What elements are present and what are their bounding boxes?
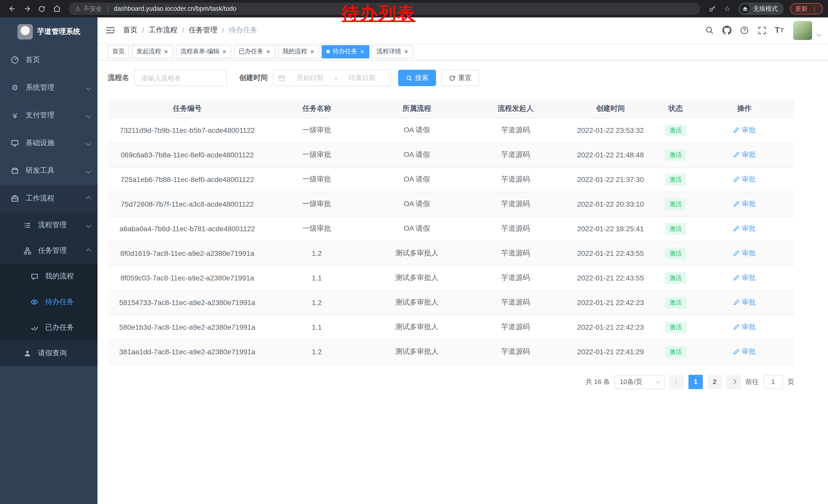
tab-label: 流程表单-编辑 (180, 47, 219, 56)
action-cell: 审批 (695, 339, 794, 364)
table-row: 58154733-7ac8-11ec-a9e2-a2380e71991a1.2测… (108, 290, 794, 315)
status-badge: 激活 (665, 346, 687, 358)
approve-link[interactable]: 审批 (733, 347, 756, 356)
page-size-select[interactable]: 10条/页 (615, 374, 665, 389)
approve-link[interactable]: 审批 (733, 224, 756, 233)
breadcrumb-home[interactable]: 首页 (123, 26, 137, 35)
action-cell: 审批 (695, 118, 794, 142)
incognito-icon (740, 4, 749, 13)
user-avatar[interactable] (793, 21, 812, 40)
tab-item-1[interactable]: 发起流程× (132, 45, 173, 58)
sidebar-item-leave-query[interactable]: 请假查询 (0, 340, 97, 366)
approve-link-label: 审批 (742, 298, 756, 307)
approve-link[interactable]: 审批 (733, 249, 756, 258)
approve-link[interactable]: 审批 (733, 150, 756, 159)
caret-down-icon[interactable] (817, 31, 822, 36)
github-icon[interactable] (719, 22, 735, 38)
more-menu-icon[interactable]: ⋮ (811, 5, 818, 12)
tab-close-icon[interactable]: × (266, 48, 271, 55)
tab-item-3[interactable]: 已办任务× (234, 45, 275, 58)
sidebar-item-process-management[interactable]: 流程管理 (0, 212, 97, 238)
chevron-down-icon (86, 223, 91, 228)
forward-button[interactable] (20, 2, 34, 16)
reload-button[interactable] (35, 2, 49, 16)
tab-close-icon[interactable]: × (222, 48, 227, 55)
app-logo[interactable]: 芋道管理系统 (0, 17, 97, 46)
sidebar-item-system[interactable]: ⚙ 系统管理 (0, 74, 97, 101)
font-size-icon[interactable]: TT (772, 22, 787, 38)
created-cell: 2022-01-22 23:53:32 (564, 118, 657, 142)
sidebar-item-workflow[interactable]: 工作流程 (0, 185, 97, 212)
approve-link[interactable]: 审批 (733, 126, 756, 135)
process-name-input[interactable] (134, 70, 227, 86)
search-button-label: 搜索 (415, 73, 428, 83)
password-key-icon[interactable] (705, 2, 719, 16)
action-cell: 审批 (695, 192, 794, 216)
task-name-cell: 一级审批 (267, 192, 367, 216)
action-cell: 审批 (695, 266, 794, 290)
starter-cell: 芋道源码 (467, 241, 564, 266)
edit-icon (733, 324, 740, 330)
sidebar-item-done-tasks[interactable]: 已办任务 (0, 315, 97, 340)
approve-link[interactable]: 审批 (733, 199, 756, 209)
tab-item-5[interactable]: 待办任务× (322, 45, 369, 58)
column-header: 状态 (657, 99, 695, 118)
table-row: a6aba0a4-7b6d-11ec-b781-acde48001122一级审批… (108, 216, 794, 241)
help-icon[interactable] (737, 22, 752, 38)
process-cell: 测试多审批人 (367, 339, 467, 364)
approve-link-label: 审批 (742, 273, 756, 282)
approve-link[interactable]: 审批 (733, 273, 756, 282)
sidebar-toggle-icon[interactable] (97, 25, 123, 35)
chevron-left-icon (674, 379, 679, 384)
process-cell: 测试多审批人 (367, 315, 467, 339)
edit-icon (733, 127, 740, 134)
status-cell: 激活 (657, 118, 695, 142)
task-submenu: 我的流程 待办任务 已办任务 (0, 264, 97, 340)
update-button[interactable]: 更新 ⋮ (790, 3, 823, 14)
chevron-right-icon (731, 379, 736, 384)
address-bar[interactable]: ⚠ 不安全 dashboard.yudao.iocoder.cn/bpm/tas… (69, 3, 700, 15)
tab-close-icon[interactable]: × (360, 48, 365, 55)
tab-close-icon[interactable]: × (404, 48, 409, 55)
approve-link[interactable]: 审批 (733, 298, 756, 307)
prev-page-button[interactable] (669, 374, 684, 389)
tab-item-4[interactable]: 我的流程× (278, 45, 319, 58)
chevron-down-icon (86, 85, 91, 90)
sidebar-item-my-process[interactable]: 我的流程 (0, 264, 97, 289)
sidebar-item-home[interactable]: 首页 (0, 46, 97, 74)
bookmark-star-icon[interactable]: ☆ (720, 2, 734, 16)
page-button-2[interactable]: 2 (707, 374, 722, 389)
chevron-down-icon (86, 140, 91, 146)
search-button[interactable]: 搜索 (398, 70, 436, 86)
page-unit: 页 (787, 377, 794, 386)
sidebar-item-task-management[interactable]: 任务管理 (0, 238, 97, 264)
page-button-1[interactable]: 1 (689, 374, 703, 389)
tags-bar: 首页发起流程×流程表单-编辑×已办任务×我的流程×待办任务×流程详情× (97, 43, 828, 60)
action-cell: 审批 (695, 290, 794, 315)
approve-link-label: 审批 (742, 175, 756, 184)
approve-link[interactable]: 审批 (733, 175, 756, 184)
breadcrumb-workflow[interactable]: 工作流程 (149, 26, 177, 35)
breadcrumb-task-management[interactable]: 任务管理 (189, 26, 217, 35)
sidebar-item-payment[interactable]: ¥ 支付管理 (0, 101, 97, 129)
status-cell: 激活 (657, 266, 695, 290)
tab-item-6[interactable]: 流程详情× (372, 45, 413, 58)
tab-close-icon[interactable]: × (310, 48, 315, 55)
tab-close-icon[interactable]: × (164, 48, 169, 55)
approve-link[interactable]: 审批 (733, 322, 756, 332)
next-page-button[interactable] (727, 374, 741, 389)
fullscreen-icon[interactable] (754, 22, 770, 38)
yen-icon: ¥ (10, 111, 19, 120)
action-cell: 审批 (695, 142, 794, 167)
goto-page-input[interactable] (763, 374, 783, 389)
search-icon[interactable] (702, 22, 717, 38)
tab-item-0[interactable]: 首页 (108, 45, 129, 58)
reset-button[interactable]: 重置 (441, 70, 479, 86)
tab-item-2[interactable]: 流程表单-编辑× (176, 45, 232, 58)
sidebar-item-dev-tools[interactable]: 研发工具 (0, 157, 97, 185)
sidebar-item-infrastructure[interactable]: 基础设施 (0, 129, 97, 157)
back-button[interactable] (5, 2, 19, 16)
sidebar-item-todo-tasks[interactable]: 待办任务 (0, 289, 97, 315)
date-range-picker[interactable]: 开始日期 - 结束日期 (273, 70, 391, 86)
home-button[interactable] (50, 2, 64, 16)
